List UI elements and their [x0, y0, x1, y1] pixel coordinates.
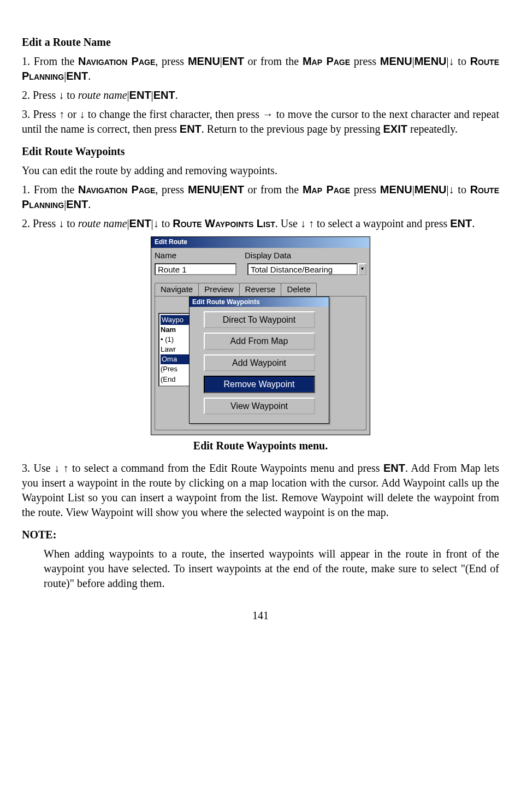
paragraph-intro-waypoints: You can edit the route by adding and rem… — [22, 163, 499, 178]
heading-note: NOTE: — [22, 527, 499, 542]
dialog-titlebar: Edit Route Waypoints — [190, 297, 329, 307]
tab-delete[interactable]: Delete — [281, 283, 316, 295]
label-name: Name — [155, 250, 245, 261]
down-arrow-icon: ↓ — [58, 217, 64, 229]
waypoint-list[interactable]: Waypo Nam (1) Lawr Oma (Pres (End — [158, 313, 193, 387]
tab-preview[interactable]: Preview — [198, 283, 239, 295]
down-arrow-icon: ↓ — [153, 217, 159, 229]
name-input[interactable] — [155, 263, 236, 275]
tab-navigate[interactable]: Navigate — [155, 283, 199, 295]
view-waypoint-button[interactable]: View Waypoint — [204, 398, 315, 415]
down-arrow-icon: ↓ — [58, 89, 64, 101]
add-waypoint-button[interactable]: Add Waypoint — [204, 354, 315, 372]
heading-edit-route-name: Edit a Route Name — [22, 35, 499, 50]
figure-edit-route-waypoints: Edit Route Name Display Data ▾ Navigate … — [22, 236, 499, 435]
direct-to-waypoint-button[interactable]: Direct To Waypoint — [204, 311, 315, 329]
paragraph-step1a: 1. From the Navigation Page, press MENU|… — [22, 54, 499, 84]
note-body: When adding waypoints to a route, the in… — [44, 547, 499, 591]
dialog-edit-route-waypoints: Edit Route Waypoints Direct To Waypoint … — [189, 297, 329, 424]
list-header-waypoint: Waypo — [161, 315, 191, 325]
paragraph-step3a: 3. Press ↑ or ↓ to change the first char… — [22, 107, 499, 137]
figure-caption: Edit Route Waypoints menu. — [22, 438, 499, 453]
list-item[interactable]: Lawr — [161, 345, 176, 353]
down-arrow-icon: ↓ — [449, 55, 454, 67]
paragraph-step3b: 3. Use ↓ ↑ to select a command from the … — [22, 461, 499, 520]
label-display-data: Display Data — [245, 250, 291, 261]
tab-reverse[interactable]: Reverse — [239, 283, 282, 295]
down-arrow-icon: ↓ — [449, 183, 454, 195]
remove-waypoint-button[interactable]: Remove Waypoint — [204, 376, 315, 393]
list-item[interactable]: (1) — [161, 335, 174, 343]
window-titlebar: Edit Route — [151, 237, 370, 248]
down-arrow-icon: ↓ — [79, 108, 85, 120]
up-arrow-icon: ↑ — [63, 462, 69, 474]
display-data-select[interactable] — [247, 263, 358, 275]
down-arrow-icon: ↓ — [54, 462, 60, 474]
list-item[interactable]: Oma — [161, 354, 191, 364]
up-arrow-icon: ↑ — [309, 217, 314, 229]
paragraph-step2a: 2. Press ↓ to route name|ENT|ENT. — [22, 88, 499, 103]
right-arrow-icon: → — [262, 108, 273, 120]
list-header-name: Nam — [161, 325, 176, 334]
tab-page: Waypo Nam (1) Lawr Oma (Pres (End Edit R… — [155, 296, 366, 430]
tab-strip: Navigate Preview Reverse Delete — [151, 277, 370, 295]
paragraph-step1b: 1. From the Navigation Page, press MENU|… — [22, 182, 499, 212]
screenshot-edit-route: Edit Route Name Display Data ▾ Navigate … — [151, 236, 370, 435]
paragraph-step2b: 2. Press ↓ to route name|ENT|↓ to Route … — [22, 216, 499, 231]
add-from-map-button[interactable]: Add From Map — [204, 333, 315, 350]
heading-edit-route-waypoints: Edit Route Waypoints — [22, 144, 499, 159]
list-item[interactable]: (End — [161, 375, 175, 383]
up-arrow-icon: ↑ — [59, 108, 64, 120]
page-number: 141 — [22, 608, 499, 623]
down-arrow-icon: ↓ — [300, 217, 306, 229]
list-item[interactable]: (Pres — [161, 365, 177, 373]
chevron-down-icon[interactable]: ▾ — [358, 263, 366, 275]
